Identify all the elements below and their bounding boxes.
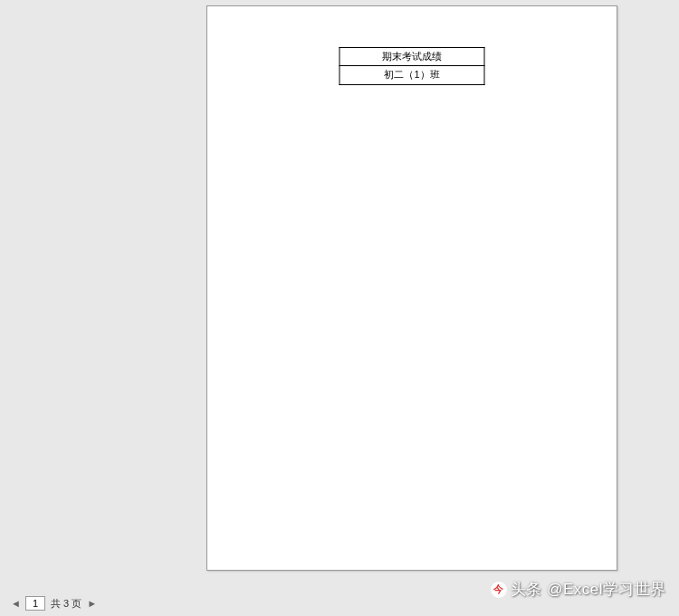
pager-bar: ◄ 共 3 页 ► xyxy=(11,596,96,611)
next-page-button[interactable]: ► xyxy=(87,598,96,609)
page-number-input[interactable] xyxy=(25,596,45,611)
header-class-cell: 初二（1）班 xyxy=(340,66,484,84)
header-title-cell: 期末考试成绩 xyxy=(340,48,484,66)
total-pages-label: 共 3 页 xyxy=(51,597,81,611)
watermark-text: 头条 @Excel学习世界 xyxy=(511,579,666,600)
watermark: 今 头条 @Excel学习世界 xyxy=(491,579,666,600)
prev-page-button[interactable]: ◄ xyxy=(11,598,20,609)
page-header-table: 期末考试成绩 初二（1）班 xyxy=(340,47,485,85)
document-page: 期末考试成绩 初二（1）班 xyxy=(206,5,617,571)
print-preview-area: 期末考试成绩 初二（1）班 xyxy=(0,0,679,576)
watermark-icon: 今 xyxy=(491,582,507,598)
